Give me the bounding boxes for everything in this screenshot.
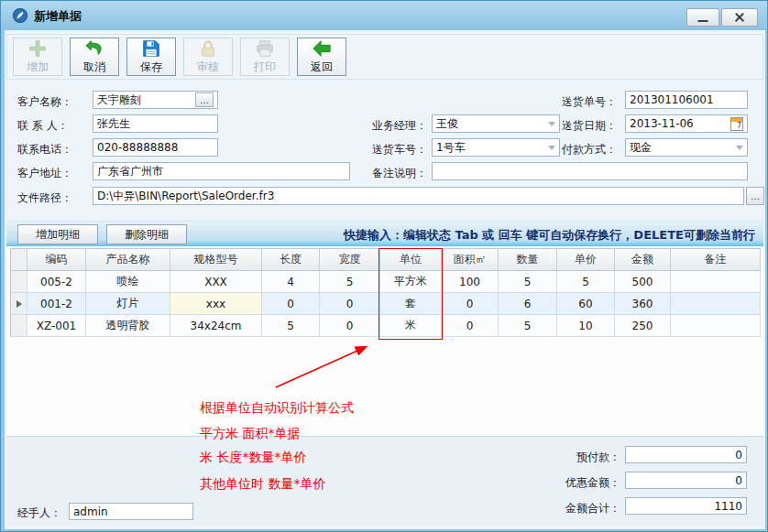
grid-cell[interactable]: xxx: [170, 293, 262, 315]
grid-row-selector[interactable]: [11, 315, 27, 337]
grid-row[interactable]: 001-2灯片xxx00套0660360: [11, 293, 761, 315]
file-path-browse-button[interactable]: …: [746, 187, 764, 205]
grid-cell[interactable]: [671, 293, 761, 315]
grid-cell[interactable]: XZ-001: [27, 315, 86, 337]
grid-cell[interactable]: 米: [380, 315, 442, 337]
grid-cell[interactable]: 灯片: [86, 293, 170, 315]
grid-column-header[interactable]: 宽度: [320, 249, 380, 271]
grid-cell[interactable]: 5: [557, 271, 615, 293]
grid-selector-header: [11, 249, 27, 271]
annotation-text: 平方米 面积*单据: [200, 426, 300, 442]
app-icon: [12, 7, 28, 24]
chevron-down-icon: [548, 146, 555, 150]
order-no-value: 201301106001: [630, 93, 743, 106]
prepaid-field[interactable]: 0: [625, 446, 747, 463]
grid-column-header[interactable]: 金额: [615, 249, 671, 271]
grid-cell[interactable]: 4: [262, 271, 320, 293]
print-button[interactable]: 打印: [240, 38, 290, 76]
grid-cell[interactable]: 34x24cm: [170, 315, 262, 337]
grid-cell[interactable]: 5: [499, 271, 557, 293]
manager-value: 王俊: [436, 116, 544, 132]
calendar-icon[interactable]: 7: [730, 117, 743, 131]
grid-cell[interactable]: 平方米: [380, 271, 442, 293]
minimize-button[interactable]: [686, 8, 719, 27]
remark-field[interactable]: [432, 162, 748, 180]
file-path-label: 文件路径：: [17, 190, 72, 206]
grid-row[interactable]: XZ-001透明背胶34x24cm50米0510250: [11, 315, 761, 337]
grid-cell[interactable]: 0: [320, 293, 380, 315]
grid-cell[interactable]: 5: [499, 315, 557, 337]
grid-column-header[interactable]: 面积㎡: [442, 249, 499, 271]
file-path-field[interactable]: D:\中异\BIN\Report\SaleOrder.fr3: [93, 187, 744, 205]
grid-row-selector[interactable]: [11, 271, 27, 293]
grid-column-header[interactable]: 产品名称: [86, 249, 170, 271]
payment-combobox[interactable]: 现金: [625, 138, 748, 157]
grid-cell[interactable]: 005-2: [27, 271, 86, 293]
contact-field[interactable]: 张先生: [93, 114, 218, 133]
add-button[interactable]: 增加: [13, 38, 62, 76]
grid-row-selector[interactable]: [11, 293, 27, 315]
grid-cell[interactable]: 0: [442, 315, 499, 337]
grid-cell[interactable]: 套: [380, 293, 442, 315]
grid-cell[interactable]: 250: [615, 315, 671, 337]
cancel-button[interactable]: 取消: [70, 38, 119, 76]
title-bar: 新增单据: [1, 1, 767, 30]
grid-column-header[interactable]: 备注: [671, 249, 761, 271]
customer-browse-button[interactable]: …: [195, 92, 214, 107]
grid-cell[interactable]: 0: [262, 293, 320, 315]
phone-field[interactable]: 020-88888888: [93, 138, 218, 157]
grid-column-header[interactable]: 单价: [557, 249, 615, 271]
truck-combobox[interactable]: 1号车: [432, 138, 560, 157]
manager-combobox[interactable]: 王俊: [432, 114, 560, 133]
grid-cell[interactable]: 10: [557, 315, 615, 337]
detail-grid: 编码产品名称规格型号长度宽度单位面积㎡数量单价金额备注 005-2喷绘XXX45…: [10, 248, 761, 337]
grid-cell[interactable]: 100: [442, 271, 499, 293]
grid-cell[interactable]: 60: [557, 293, 615, 315]
address-field[interactable]: 广东省广州市: [93, 162, 350, 180]
grid-cell[interactable]: [671, 315, 761, 337]
address-value: 广东省广州市: [97, 164, 346, 179]
delete-detail-button[interactable]: 删除明细: [106, 224, 187, 244]
phone-value: 020-88888888: [97, 141, 214, 154]
return-button[interactable]: 返回: [297, 38, 346, 76]
grid-column-header[interactable]: 规格型号: [170, 249, 262, 271]
grid-cell[interactable]: 0: [442, 293, 499, 315]
add-icon: [27, 38, 48, 59]
grid-cell[interactable]: [671, 271, 761, 293]
address-label: 客户地址：: [17, 166, 72, 181]
undo-icon: [84, 38, 104, 59]
back-icon: [312, 38, 332, 59]
grid-cell[interactable]: 6: [499, 293, 557, 315]
save-button[interactable]: 保存: [126, 38, 176, 76]
handler-field[interactable]: admin: [69, 503, 193, 520]
close-button[interactable]: [721, 8, 758, 27]
chevron-down-icon: [736, 146, 743, 150]
grid-cell[interactable]: 5: [320, 271, 380, 293]
order-no-field[interactable]: 201301106001: [625, 91, 748, 109]
print-icon: [255, 38, 275, 59]
total-amount-field[interactable]: 1110: [625, 497, 747, 515]
grid-cell[interactable]: 喷绘: [86, 271, 170, 293]
grid-cell[interactable]: 360: [615, 293, 671, 315]
grid-cell[interactable]: 001-2: [27, 293, 86, 315]
prepaid-label: 预付款：: [514, 450, 620, 465]
discount-field[interactable]: 0: [625, 472, 747, 489]
return-button-label: 返回: [311, 60, 333, 75]
grid-cell[interactable]: 500: [615, 271, 671, 293]
grid-column-header[interactable]: 长度: [262, 249, 320, 271]
print-button-label: 打印: [254, 60, 276, 75]
grid-cell[interactable]: 5: [262, 315, 320, 337]
payment-label: 付款方式：: [562, 142, 617, 157]
grid-row[interactable]: 005-2喷绘XXX45平方米10055500: [11, 271, 761, 293]
grid-column-header[interactable]: 数量: [499, 249, 557, 271]
order-no-label: 送货单号：: [562, 94, 617, 110]
grid-cell[interactable]: XXX: [170, 271, 262, 293]
grid-cell[interactable]: 0: [320, 315, 380, 337]
grid-column-header[interactable]: 编码: [27, 249, 86, 271]
customer-name-field[interactable]: 天宇雕刻 …: [93, 91, 218, 109]
add-detail-button[interactable]: 增加明细: [17, 224, 98, 244]
audit-button[interactable]: 审核: [183, 38, 233, 76]
delivery-date-field[interactable]: 2013-11-06 7: [625, 114, 748, 133]
grid-cell[interactable]: 透明背胶: [86, 315, 170, 337]
grid-column-header[interactable]: 单位: [380, 249, 442, 271]
